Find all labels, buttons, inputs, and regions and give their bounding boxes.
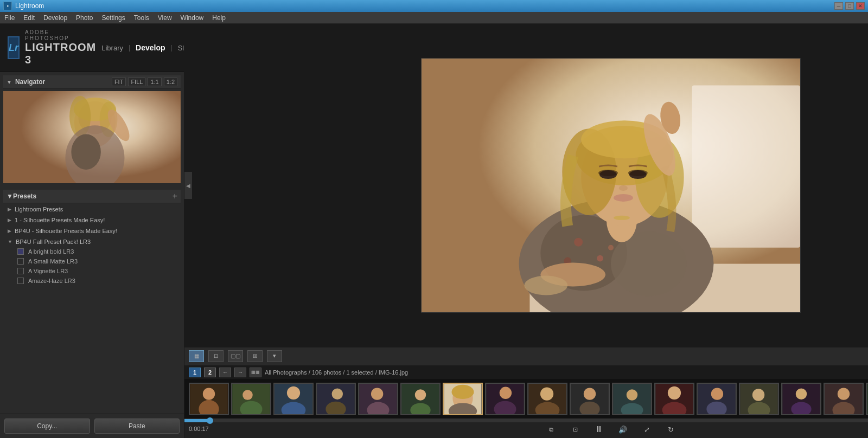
compare-button[interactable]: ▢▢ bbox=[228, 350, 243, 362]
film-thumb-5[interactable] bbox=[358, 383, 398, 415]
svg-point-49 bbox=[371, 388, 383, 400]
svg-point-18 bbox=[608, 245, 614, 250]
preset-group-name: Lightroom Presets bbox=[15, 206, 63, 212]
fullscreen-button[interactable]: ⤢ bbox=[639, 423, 654, 436]
svg-point-52 bbox=[415, 389, 426, 401]
preset-item-name-3: Amaze-Haze LR3 bbox=[28, 278, 75, 284]
film-thumb-10[interactable] bbox=[570, 383, 610, 415]
menu-develop[interactable]: Develop bbox=[43, 14, 67, 22]
maximize-button[interactable]: □ bbox=[845, 2, 854, 10]
svg-point-35 bbox=[614, 216, 630, 220]
preset-group-lightroom-header[interactable]: ▶ Lightroom Presets bbox=[3, 204, 181, 214]
timeline[interactable] bbox=[184, 419, 868, 422]
nav-develop[interactable]: Develop bbox=[136, 43, 165, 52]
film-thumb-13[interactable] bbox=[697, 383, 737, 415]
timeline-thumb[interactable] bbox=[207, 417, 213, 424]
page-1-button[interactable]: 1 bbox=[189, 368, 201, 377]
fit-btn-1-2[interactable]: 1:2 bbox=[164, 78, 177, 86]
group-arrow-2: ▶ bbox=[8, 228, 11, 234]
title-text: Lightroom bbox=[15, 2, 834, 10]
film-thumb-14[interactable] bbox=[739, 383, 779, 415]
pause-button[interactable]: ⏸ bbox=[591, 423, 607, 436]
loop-button[interactable]: ↻ bbox=[663, 423, 678, 436]
survey-button[interactable]: ⊞ bbox=[247, 350, 263, 362]
preset-item-vignette[interactable]: A Vignette LR3 bbox=[3, 266, 181, 276]
preset-item-name-1: A Small Matte LR3 bbox=[28, 258, 78, 265]
collapse-left-arrow[interactable]: ◀ bbox=[184, 172, 192, 199]
preset-icon-3 bbox=[17, 268, 24, 274]
filmstrip-nav-next[interactable]: → bbox=[234, 368, 246, 377]
film-thumb-12[interactable] bbox=[654, 383, 694, 415]
menu-photo[interactable]: Photo bbox=[76, 14, 93, 22]
film-thumb-15[interactable] bbox=[781, 383, 821, 415]
copy-paste-bar: Copy... Paste bbox=[0, 414, 184, 438]
main-photo bbox=[421, 58, 801, 313]
svg-rect-10 bbox=[692, 86, 800, 248]
more-button[interactable]: ▾ bbox=[267, 350, 282, 362]
copy-button[interactable]: Copy... bbox=[4, 418, 90, 434]
preset-group-bp4u: ▶ BP4U - Silhouette Presets Made Easy! bbox=[3, 226, 181, 236]
film-thumb-4[interactable] bbox=[316, 383, 356, 415]
navigator-title: Navigator bbox=[15, 78, 108, 86]
film-thumb-2[interactable] bbox=[231, 383, 271, 415]
preset-item-name-0: A bright bold LR3 bbox=[28, 248, 74, 255]
preset-item-bright-bold[interactable]: A bright bold LR3 bbox=[3, 247, 181, 256]
loupe-view-button[interactable]: ⊡ bbox=[208, 350, 224, 362]
fit-btn-1-1[interactable]: 1:1 bbox=[148, 78, 161, 86]
volume-button[interactable]: 🔊 bbox=[615, 423, 630, 436]
crop-button[interactable]: ⊡ bbox=[567, 423, 583, 436]
film-thumb-3[interactable] bbox=[273, 383, 314, 415]
photo-view: ◀ bbox=[184, 24, 868, 347]
paste-button[interactable]: Paste bbox=[94, 418, 180, 434]
close-button[interactable]: ✕ bbox=[856, 2, 865, 10]
menu-window[interactable]: Window bbox=[181, 14, 204, 22]
fit-controls: FIT FILL 1:1 1:2 bbox=[112, 78, 177, 86]
presets-title: Presets bbox=[13, 192, 173, 200]
fit-btn-fit[interactable]: FIT bbox=[112, 78, 126, 86]
menu-tools[interactable]: Tools bbox=[134, 14, 149, 22]
menu-file[interactable]: File bbox=[4, 14, 15, 22]
svg-point-27 bbox=[598, 170, 618, 176]
presets-add-button[interactable]: + bbox=[173, 192, 177, 201]
page-2-button[interactable]: 2 bbox=[204, 368, 216, 377]
filmstrip-nav-prev[interactable]: ← bbox=[219, 368, 231, 377]
menu-help[interactable]: Help bbox=[212, 14, 226, 22]
product-name: LIGHTROOM 3 bbox=[25, 41, 96, 66]
preset-group-bp4u-fall: ▼ BP4U Fall Preset Pack! LR3 A bright bo… bbox=[3, 237, 181, 286]
logo-area: Lr ADOBE PHOTOSHOP LIGHTROOM 3 Library |… bbox=[0, 24, 184, 72]
minimize-button[interactable]: ─ bbox=[834, 2, 843, 10]
preset-item-amaze-haze[interactable]: Amaze-Haze LR3 bbox=[3, 276, 181, 286]
preset-group-silhouette1: ▶ 1 - Silhouette Presets Made Easy! bbox=[3, 215, 181, 225]
navigator-header: ▼ Navigator FIT FILL 1:1 1:2 bbox=[3, 75, 181, 89]
preset-group-silhouette1-header[interactable]: ▶ 1 - Silhouette Presets Made Easy! bbox=[3, 215, 181, 225]
fit-btn-fill[interactable]: FILL bbox=[128, 78, 145, 86]
film-thumb-8[interactable] bbox=[485, 383, 525, 415]
grid-view-button[interactable]: ▦ bbox=[189, 350, 204, 362]
preset-group-name-1: 1 - Silhouette Presets Made Easy! bbox=[15, 217, 105, 223]
film-thumb-7[interactable] bbox=[443, 383, 483, 415]
presets-section: ▼ Presets + ▶ Lightroom Presets ▶ 1 - Si… bbox=[0, 186, 184, 414]
navigator-toggle[interactable]: ▼ bbox=[7, 79, 12, 85]
film-thumb-11[interactable] bbox=[612, 383, 652, 415]
preset-icon-1 bbox=[17, 248, 24, 255]
filmstrip-controls: 1 2 ← → ▦▦ All Photographs / 106 photos … bbox=[184, 365, 868, 379]
film-thumb-17[interactable] bbox=[866, 383, 868, 415]
menu-view[interactable]: View bbox=[158, 14, 172, 22]
frame-button[interactable]: ⧉ bbox=[544, 423, 559, 436]
menu-edit[interactable]: Edit bbox=[23, 14, 35, 22]
menu-settings[interactable]: Settings bbox=[101, 14, 125, 22]
nav-library[interactable]: Library bbox=[101, 44, 123, 52]
preset-item-name-2: A Vignette LR3 bbox=[28, 268, 68, 274]
preset-item-small-matte[interactable]: A Small Matte LR3 bbox=[3, 256, 181, 266]
presets-toggle[interactable]: ▼ bbox=[7, 192, 13, 200]
svg-point-59 bbox=[500, 387, 512, 399]
film-thumb-1[interactable] bbox=[189, 383, 229, 415]
bottom-toolbar: ▦ ⊡ ▢▢ ⊞ ▾ ▾ bbox=[184, 347, 868, 364]
film-thumb-9[interactable] bbox=[527, 383, 567, 415]
brand-name: ADOBE PHOTOSHOP bbox=[25, 29, 96, 41]
preset-group-bp4u-fall-header[interactable]: ▼ BP4U Fall Preset Pack! LR3 bbox=[3, 237, 181, 247]
filmstrip-grid[interactable]: ▦▦ bbox=[250, 368, 261, 377]
film-thumb-16[interactable] bbox=[824, 383, 864, 415]
film-thumb-6[interactable] bbox=[400, 383, 441, 415]
preset-group-bp4u-header[interactable]: ▶ BP4U - Silhouette Presets Made Easy! bbox=[3, 226, 181, 236]
